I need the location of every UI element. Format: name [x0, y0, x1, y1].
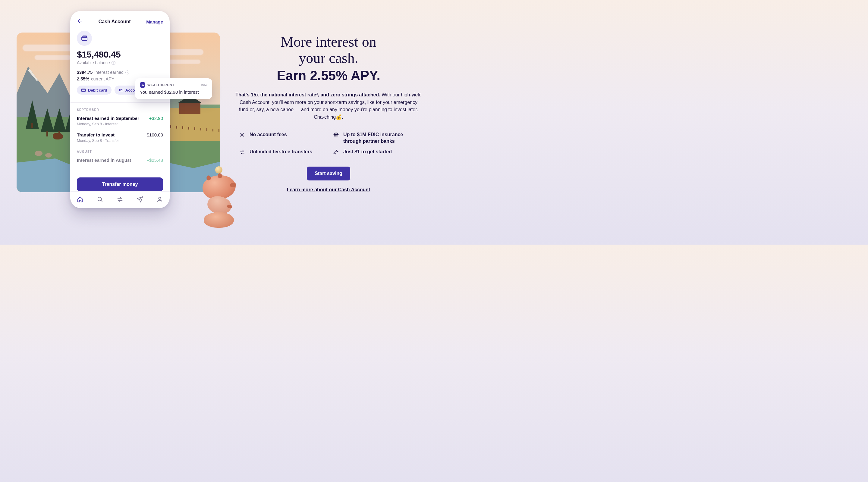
profile-icon[interactable]: [156, 196, 163, 204]
info-icon[interactable]: i: [125, 70, 129, 74]
balance-amount: $15,480.45: [77, 50, 163, 60]
svg-rect-1: [82, 37, 87, 40]
lead-paragraph: That's 15x the national interest rate3, …: [235, 91, 422, 121]
headline: More interest on your cash. Earn 2.55% A…: [235, 34, 422, 83]
transfer-icon[interactable]: [117, 196, 123, 204]
debit-card-chip[interactable]: Debit card: [77, 86, 112, 95]
marketing-copy: More interest on your cash. Earn 2.55% A…: [235, 34, 422, 193]
home-icon[interactable]: [77, 196, 84, 204]
bank-icon: [333, 132, 339, 139]
screen-title: Cash Account: [98, 19, 131, 24]
feature-fdic: Up to $1M FDIC insurance through partner…: [333, 131, 418, 144]
svg-rect-2: [82, 89, 85, 92]
svg-point-4: [98, 197, 101, 201]
info-icon[interactable]: i: [112, 61, 116, 65]
start-saving-button[interactable]: Start saving: [307, 167, 350, 181]
app-badge-icon: [140, 82, 145, 88]
x-icon: [239, 132, 245, 138]
apy-amount: 2.55%: [77, 76, 89, 81]
apy-label: current APY: [91, 76, 114, 81]
wallet-icon: [77, 31, 92, 46]
month-label: AUGUST: [77, 150, 163, 153]
notification-app-name: WEALTHFRONT: [147, 83, 175, 87]
svg-line-5: [101, 200, 102, 201]
phone-mockup: Cash Account Manage $15,480.45 Available…: [70, 11, 170, 208]
notification-time: now: [201, 83, 207, 87]
balance-label: Available balance i: [77, 60, 163, 65]
notification-body: You earned $32.90 in interest: [140, 90, 207, 95]
transaction-amount: $100.00: [147, 132, 163, 137]
account-chip[interactable]: 123 Account: [115, 86, 138, 95]
transfer-icon: [239, 149, 245, 156]
transaction-row[interactable]: Interest earned in September Monday, Sep…: [77, 116, 163, 126]
transaction-amount: +32.90: [149, 116, 163, 121]
feature-no-fees: No account fees: [239, 131, 324, 144]
notification-card[interactable]: WEALTHFRONT now You earned $32.90 in int…: [135, 78, 212, 99]
transfer-money-button[interactable]: Transfer money: [77, 178, 163, 191]
svg-point-6: [158, 197, 161, 199]
learn-more-link[interactable]: Learn more about our Cash Account: [287, 187, 370, 193]
manage-link[interactable]: Manage: [146, 19, 163, 24]
search-icon[interactable]: [97, 196, 103, 204]
interest-earned-amount: $394.75: [77, 70, 93, 75]
interest-earned-label: interest earned: [94, 70, 124, 75]
send-icon[interactable]: [136, 196, 143, 204]
feature-transfers: Unlimited fee-free transfers: [239, 149, 324, 156]
transaction-row[interactable]: Interest earned in August +$25.48: [77, 158, 163, 163]
feature-one-dollar: Just $1 to get started: [333, 149, 418, 156]
sparkle-icon: [333, 149, 339, 156]
piggy-bank-illustration: [201, 166, 240, 230]
tab-bar: [70, 191, 170, 208]
month-label: SEPTEMBER: [77, 108, 163, 111]
back-arrow-icon[interactable]: [77, 18, 83, 25]
transaction-row[interactable]: Transfer to invest Monday, Sep 8 · Trans…: [77, 132, 163, 143]
